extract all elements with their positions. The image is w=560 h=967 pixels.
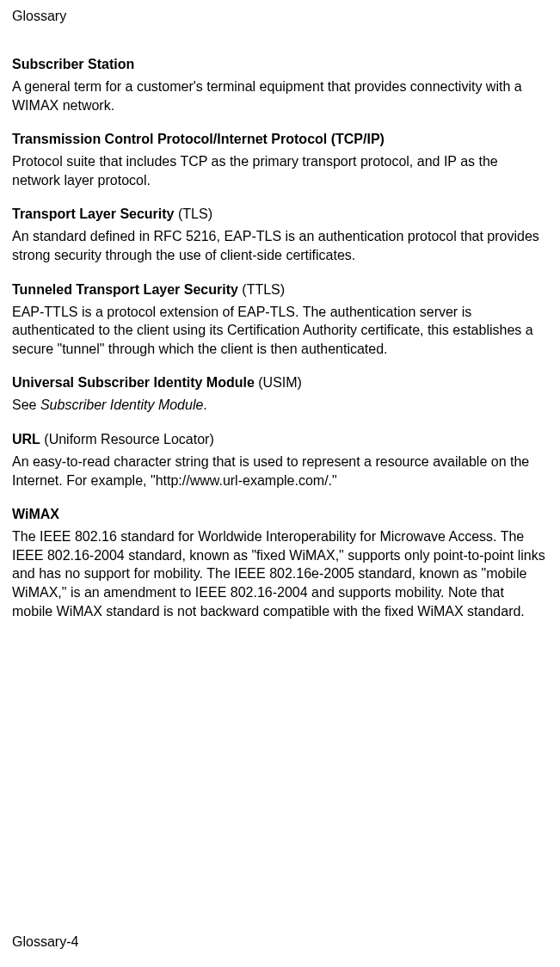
term-text: Transport Layer Security xyxy=(12,206,175,221)
glossary-term: Transmission Control Protocol/Internet P… xyxy=(12,132,548,147)
glossary-entry: Subscriber Station A general term for a … xyxy=(12,57,548,114)
glossary-definition: An easy-to-read character string that is… xyxy=(12,453,548,490)
glossary-definition: An standard defined in RFC 5216, EAP-TLS… xyxy=(12,227,548,264)
glossary-entry: Tunneled Transport Layer Security (TTLS)… xyxy=(12,282,548,359)
glossary-definition: The IEEE 802.16 standard for Worldwide I… xyxy=(12,527,548,620)
glossary-definition: See Subscriber Identity Module. xyxy=(12,396,548,415)
glossary-entry: Transmission Control Protocol/Internet P… xyxy=(12,132,548,189)
term-text: Subscriber Station xyxy=(12,57,134,71)
glossary-definition: Protocol suite that includes TCP as the … xyxy=(12,152,548,189)
glossary-term: Tunneled Transport Layer Security (TTLS) xyxy=(12,282,548,298)
term-text: Universal Subscriber Identity Module xyxy=(12,375,255,390)
glossary-term: Subscriber Station xyxy=(12,57,548,72)
term-text: URL xyxy=(12,432,40,447)
term-paren: (USIM) xyxy=(255,375,302,390)
glossary-entry: WiMAX The IEEE 802.16 standard for World… xyxy=(12,507,548,620)
glossary-term: WiMAX xyxy=(12,507,548,522)
page-footer: Glossary-4 xyxy=(12,934,78,950)
glossary-term: Universal Subscriber Identity Module (US… xyxy=(12,375,548,391)
glossary-term: Transport Layer Security (TLS) xyxy=(12,206,548,222)
definition-prefix: See xyxy=(12,397,40,412)
term-paren: (TTLS) xyxy=(238,282,285,297)
definition-italic: Subscriber Identity Module xyxy=(40,397,203,412)
glossary-term: URL (Uniform Resource Locator) xyxy=(12,432,548,447)
definition-suffix: . xyxy=(203,397,206,412)
term-paren: (Uniform Resource Locator) xyxy=(40,432,214,447)
glossary-definition: A general term for a customer's terminal… xyxy=(12,77,548,114)
glossary-definition: EAP-TTLS is a protocol extension of EAP-… xyxy=(12,303,548,359)
term-text: Tunneled Transport Layer Security xyxy=(12,282,238,297)
glossary-entry: Transport Layer Security (TLS) An standa… xyxy=(12,206,548,264)
term-text: WiMAX xyxy=(12,507,59,521)
term-paren: (TLS) xyxy=(175,206,212,221)
glossary-entry: URL (Uniform Resource Locator) An easy-t… xyxy=(12,432,548,490)
term-text: Transmission Control Protocol/Internet P… xyxy=(12,132,385,146)
glossary-entry: Universal Subscriber Identity Module (US… xyxy=(12,375,548,415)
page-header: Glossary xyxy=(12,9,548,24)
